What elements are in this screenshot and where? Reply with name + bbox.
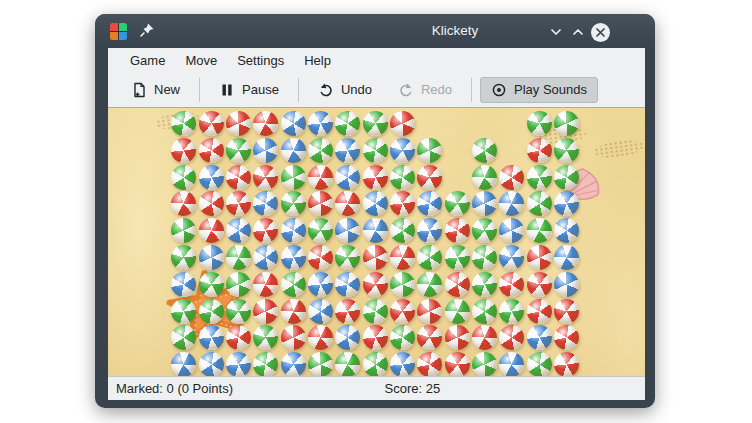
beach-ball-green[interactable] [390,165,415,190]
beach-ball-red[interactable] [417,165,442,190]
beach-ball-red[interactable] [226,191,251,216]
beach-ball-green[interactable] [472,245,497,270]
beach-ball-blue[interactable] [335,165,360,190]
beach-ball-blue[interactable] [417,191,442,216]
beach-ball-blue[interactable] [199,352,224,376]
beach-ball-blue[interactable] [363,218,388,243]
beach-ball-blue[interactable] [335,138,360,163]
beach-ball-red[interactable] [253,218,278,243]
beach-ball-green[interactable] [171,218,196,243]
beach-ball-green[interactable] [281,272,306,297]
beach-ball-red[interactable] [308,245,333,270]
beach-ball-green[interactable] [363,352,388,376]
beach-ball-red[interactable] [554,352,579,376]
beach-ball-green[interactable] [171,245,196,270]
beach-ball-red[interactable] [335,299,360,324]
beach-ball-green[interactable] [199,299,224,324]
beach-ball-blue[interactable] [199,325,224,350]
beach-ball-green[interactable] [527,165,552,190]
beach-ball-red[interactable] [417,299,442,324]
beach-ball-green[interactable] [527,352,552,376]
beach-ball-green[interactable] [390,218,415,243]
beach-ball-blue[interactable] [417,218,442,243]
beach-ball-blue[interactable] [335,272,360,297]
beach-ball-green[interactable] [554,111,579,136]
beach-ball-red[interactable] [499,165,524,190]
beach-ball-green[interactable] [472,138,497,163]
beach-ball-blue[interactable] [335,325,360,350]
menu-item-help[interactable]: Help [294,53,341,68]
beach-ball-red[interactable] [363,325,388,350]
beach-ball-blue[interactable] [308,299,333,324]
beach-ball-green[interactable] [445,191,470,216]
beach-ball-green[interactable] [226,272,251,297]
beach-ball-blue[interactable] [281,138,306,163]
beach-ball-blue[interactable] [308,111,333,136]
beach-ball-green[interactable] [308,352,333,376]
beach-ball-red[interactable] [554,325,579,350]
beach-ball-green[interactable] [390,272,415,297]
beach-ball-green[interactable] [417,138,442,163]
menu-item-settings[interactable]: Settings [227,53,294,68]
beach-ball-blue[interactable] [390,138,415,163]
beach-ball-green[interactable] [335,245,360,270]
beach-ball-green[interactable] [226,299,251,324]
beach-ball-blue[interactable] [253,138,278,163]
beach-ball-red[interactable] [472,325,497,350]
beach-ball-green[interactable] [253,325,278,350]
beach-ball-green[interactable] [171,325,196,350]
beach-ball-red[interactable] [253,165,278,190]
game-board[interactable] [108,107,645,376]
beach-ball-red[interactable] [253,111,278,136]
beach-ball-blue[interactable] [499,352,524,376]
beach-ball-blue[interactable] [554,218,579,243]
beach-ball-red[interactable] [445,272,470,297]
beach-ball-red[interactable] [253,272,278,297]
beach-ball-red[interactable] [527,138,552,163]
beach-ball-red[interactable] [445,325,470,350]
beach-ball-green[interactable] [281,191,306,216]
beach-ball-blue[interactable] [226,352,251,376]
beach-ball-red[interactable] [363,245,388,270]
beach-ball-green[interactable] [445,299,470,324]
beach-ball-green[interactable] [472,352,497,376]
beach-ball-red[interactable] [390,245,415,270]
beach-ball-green[interactable] [363,138,388,163]
beach-ball-red[interactable] [171,138,196,163]
minimize-button[interactable] [546,22,566,42]
beach-ball-green[interactable] [554,138,579,163]
beach-ball-red[interactable] [527,245,552,270]
beach-ball-blue[interactable] [253,245,278,270]
beach-ball-blue[interactable] [554,191,579,216]
beach-ball-blue[interactable] [281,352,306,376]
beach-ball-green[interactable] [199,272,224,297]
beach-ball-blue[interactable] [281,111,306,136]
beach-ball-green[interactable] [335,352,360,376]
beach-ball-green[interactable] [390,325,415,350]
beach-ball-green[interactable] [171,165,196,190]
beach-ball-red[interactable] [308,191,333,216]
beach-ball-green[interactable] [363,299,388,324]
menu-item-game[interactable]: Game [120,53,175,68]
beach-ball-green[interactable] [527,111,552,136]
menu-item-move[interactable]: Move [175,53,227,68]
beach-ball-blue[interactable] [554,245,579,270]
pause-button[interactable]: Pause [208,77,290,103]
beach-ball-blue[interactable] [199,245,224,270]
beach-ball-red[interactable] [527,272,552,297]
beach-ball-green[interactable] [226,245,251,270]
beach-ball-blue[interactable] [499,191,524,216]
beach-ball-red[interactable] [390,191,415,216]
beach-ball-red[interactable] [308,165,333,190]
beach-ball-green[interactable] [472,299,497,324]
beach-ball-red[interactable] [281,299,306,324]
beach-ball-red[interactable] [199,138,224,163]
beach-ball-red[interactable] [335,191,360,216]
beach-ball-red[interactable] [308,325,333,350]
beach-ball-green[interactable] [308,138,333,163]
beach-ball-blue[interactable] [527,325,552,350]
beach-ball-green[interactable] [417,245,442,270]
beach-ball-green[interactable] [445,245,470,270]
beach-ball-green[interactable] [308,218,333,243]
beach-ball-blue[interactable] [281,218,306,243]
